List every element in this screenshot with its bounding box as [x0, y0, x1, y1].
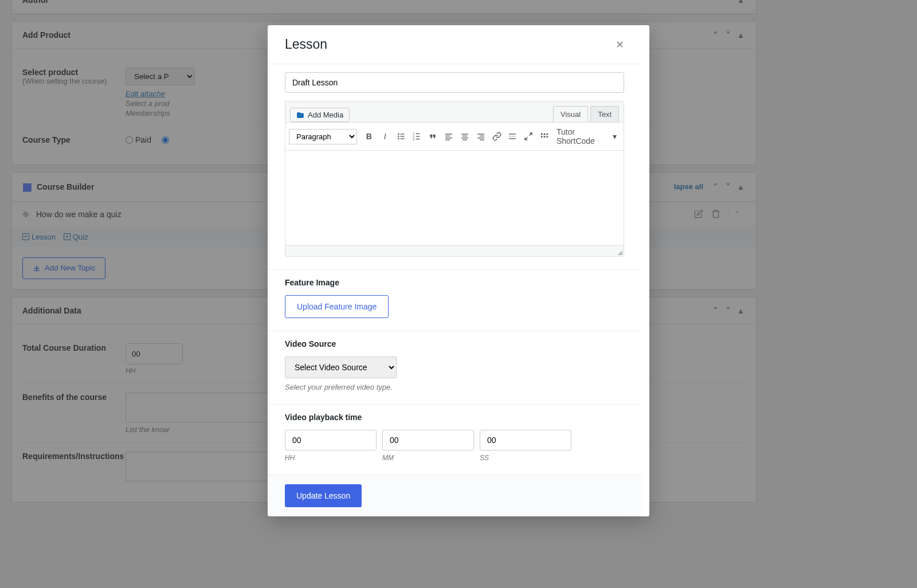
blockquote-icon[interactable]	[425, 128, 440, 144]
playback-mm-input[interactable]	[382, 430, 474, 450]
caret-down-icon: ▾	[613, 132, 617, 141]
close-icon[interactable]: ✕	[616, 38, 624, 51]
svg-rect-10	[400, 138, 404, 139]
modal-title: Lesson	[285, 37, 327, 52]
playback-hh-label: HH	[285, 454, 377, 462]
modal-overlay: Lesson ✕ Add Media Visual Text	[0, 0, 917, 521]
playback-ss-label: SS	[480, 454, 571, 462]
editor-body[interactable]	[285, 151, 624, 246]
svg-rect-31	[509, 138, 516, 139]
lesson-title-input[interactable]	[285, 72, 624, 93]
upload-feature-image-button[interactable]: Upload Feature Image	[285, 295, 389, 318]
paragraph-select[interactable]: Paragraph	[289, 129, 357, 144]
svg-rect-30	[509, 136, 516, 136]
readmore-icon[interactable]	[505, 128, 520, 144]
feature-image-label: Feature Image	[285, 278, 624, 287]
add-media-button[interactable]: Add Media	[290, 108, 350, 122]
svg-rect-27	[477, 138, 484, 138]
svg-point-7	[398, 138, 399, 140]
italic-icon[interactable]: I	[378, 128, 393, 144]
svg-rect-38	[544, 136, 546, 138]
svg-rect-14	[416, 134, 420, 134]
svg-rect-26	[480, 136, 484, 136]
svg-rect-36	[546, 134, 548, 135]
editor-frame: Add Media Visual Text Paragraph B I	[285, 101, 624, 257]
toolbar-toggle-icon[interactable]	[537, 128, 552, 144]
fullscreen-icon[interactable]	[521, 128, 536, 144]
svg-text:3: 3	[413, 138, 415, 141]
playback-ss-input[interactable]	[480, 430, 571, 450]
svg-rect-22	[463, 136, 467, 136]
svg-rect-35	[544, 134, 546, 135]
svg-rect-39	[546, 136, 548, 138]
svg-rect-29	[509, 134, 516, 134]
video-source-select[interactable]: Select Video Source	[285, 356, 397, 378]
svg-line-33	[525, 137, 528, 140]
svg-rect-25	[477, 134, 484, 134]
svg-point-4	[301, 115, 301, 115]
playback-mm-label: MM	[382, 454, 474, 462]
shortcode-dropdown[interactable]: Tutor ShortCode ▾	[553, 125, 620, 148]
numbered-list-icon[interactable]: 123	[409, 128, 424, 144]
svg-line-32	[530, 133, 532, 136]
align-right-icon[interactable]	[473, 128, 488, 144]
tab-visual[interactable]: Visual	[553, 106, 588, 122]
svg-rect-18	[445, 136, 450, 136]
editor-status-bar	[285, 246, 624, 256]
svg-point-3	[299, 115, 300, 115]
align-center-icon[interactable]	[457, 128, 472, 144]
svg-rect-17	[445, 134, 452, 134]
video-source-label: Video Source	[285, 339, 624, 348]
bullet-list-icon[interactable]	[394, 128, 409, 144]
playback-hh-input[interactable]	[285, 430, 377, 450]
svg-rect-34	[541, 134, 543, 135]
tab-text[interactable]: Text	[590, 106, 619, 122]
svg-rect-28	[480, 139, 484, 140]
svg-rect-21	[461, 134, 468, 134]
svg-rect-16	[416, 139, 420, 139]
svg-rect-19	[445, 138, 452, 138]
svg-rect-9	[400, 136, 404, 136]
link-icon[interactable]	[489, 128, 504, 144]
svg-rect-8	[400, 134, 404, 134]
video-source-help: Select your preferred video type.	[285, 383, 624, 391]
update-lesson-button[interactable]: Update Lesson	[285, 484, 362, 507]
align-left-icon[interactable]	[441, 128, 456, 144]
svg-point-6	[398, 136, 399, 138]
svg-rect-24	[463, 139, 467, 140]
svg-point-5	[398, 134, 399, 135]
svg-rect-37	[541, 136, 543, 138]
lesson-modal: Lesson ✕ Add Media Visual Text	[268, 25, 649, 516]
bold-icon[interactable]: B	[362, 128, 377, 144]
svg-rect-15	[416, 136, 420, 136]
svg-rect-20	[445, 139, 450, 140]
svg-rect-23	[461, 138, 468, 138]
playback-time-label: Video playback time	[285, 413, 624, 422]
